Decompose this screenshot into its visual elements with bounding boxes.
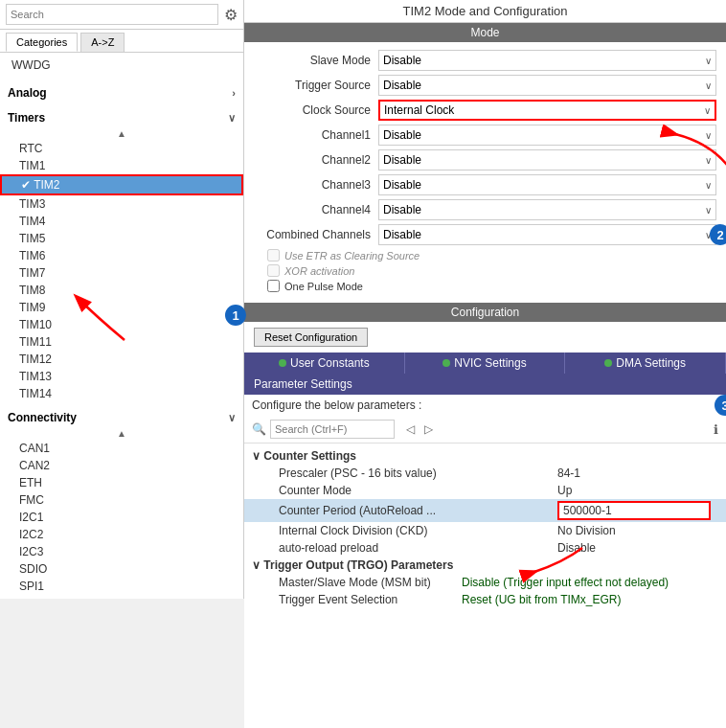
prescaler-name: Prescaler (PSC - 16 bits value): [260, 466, 557, 480]
one-pulse-checkbox[interactable]: [267, 280, 280, 292]
reset-config-button[interactable]: Reset Configuration: [254, 328, 368, 347]
analog-label: Analog: [8, 86, 47, 100]
tab-nvic-settings[interactable]: NVIC Settings: [405, 353, 566, 374]
search-icon: 🔍: [252, 422, 266, 436]
config-section-header: Configuration: [244, 303, 726, 322]
chevron-down-icon: ∨: [705, 80, 712, 91]
tab-dma-settings[interactable]: DMA Settings: [565, 353, 726, 374]
auto-reload-value: Disable: [557, 541, 711, 555]
counter-period-name: Counter Period (AutoReload ...: [260, 504, 557, 517]
dma-dot: [604, 359, 612, 367]
mode-section-header: Mode: [244, 23, 726, 42]
info-icon[interactable]: ℹ: [714, 422, 718, 437]
clock-source-row: Clock Source Internal Clock ∨: [254, 100, 716, 121]
sidebar-item-tim3[interactable]: TIM3: [0, 195, 243, 213]
tab-categories[interactable]: Categories: [6, 33, 78, 52]
sidebar-section-timers[interactable]: Timers ∨: [0, 108, 243, 127]
sidebar-item-tim7[interactable]: TIM7: [0, 264, 243, 282]
clock-source-select[interactable]: Internal Clock ∨: [378, 100, 716, 121]
annotation-1: 1: [225, 305, 246, 326]
counter-expand-icon[interactable]: ∨: [252, 449, 263, 463]
sidebar-item-tim8[interactable]: TIM8: [0, 282, 243, 299]
channel4-label: Channel4: [254, 203, 378, 216]
ckd-name: Internal Clock Division (CKD): [260, 524, 557, 537]
etr-checkbox[interactable]: [267, 249, 280, 262]
sidebar-item-i2c1[interactable]: I2C1: [0, 509, 243, 526]
ckd-value: No Division: [557, 524, 711, 537]
sidebar-item-tim2[interactable]: ✔ TIM2: [0, 174, 243, 195]
sidebar-item-wwdg[interactable]: WWDG: [0, 57, 243, 74]
channel2-select[interactable]: Disable ∨: [378, 149, 716, 171]
prev-icon[interactable]: ◁: [406, 422, 415, 436]
combined-channels-label: Combined Channels: [254, 228, 378, 241]
sidebar-item-tim1[interactable]: TIM1: [0, 157, 243, 174]
channel2-row: Channel2 Disable ∨: [254, 149, 716, 171]
sidebar-item-tim9[interactable]: TIM9: [0, 299, 243, 316]
xor-label: XOR activation: [284, 265, 354, 277]
trigger-source-row: Trigger Source Disable ∨: [254, 75, 716, 96]
search-input[interactable]: [6, 4, 218, 25]
sidebar-item-i2c3[interactable]: I2C3: [0, 543, 243, 560]
annotation-2: 2: [710, 224, 726, 245]
trigger-source-select[interactable]: Disable ∨: [378, 75, 716, 96]
sidebar-item-tim10[interactable]: TIM10: [0, 316, 243, 333]
next-icon[interactable]: ▷: [424, 422, 433, 436]
sidebar-item-tim13[interactable]: TIM13: [0, 368, 243, 385]
sidebar-item-i2c2[interactable]: I2C2: [0, 526, 243, 543]
sidebar-item-spi1[interactable]: SPI1: [0, 578, 243, 595]
sidebar-item-fmc[interactable]: FMC: [0, 491, 243, 509]
one-pulse-label: One Pulse Mode: [284, 281, 363, 292]
tab-user-constants[interactable]: User Constants: [244, 353, 405, 374]
chevron-down-icon: ∨: [705, 155, 712, 166]
channel3-row: Channel3 Disable ∨: [254, 174, 716, 195]
msm-row: Master/Slave Mode (MSM bit) Disable (Tri…: [244, 574, 726, 591]
etr-label: Use ETR as Clearing Source: [284, 250, 420, 262]
sidebar-item-tim6[interactable]: TIM6: [0, 247, 243, 264]
sidebar-item-tim11[interactable]: TIM11: [0, 333, 243, 351]
right-panel: TIM2 Mode and Configuration Mode Slave M…: [244, 0, 726, 728]
user-constants-dot: [279, 359, 286, 367]
counter-period-value: 500000-1: [557, 501, 711, 520]
annotation-3: 3: [715, 395, 726, 416]
sidebar-section-connectivity[interactable]: Connectivity ∨: [0, 408, 243, 427]
tab-atoz[interactable]: A->Z: [80, 33, 125, 52]
trgo-expand-icon[interactable]: ∨: [252, 558, 263, 572]
xor-checkbox[interactable]: [267, 264, 280, 277]
gear-icon[interactable]: ⚙: [224, 6, 238, 24]
auto-reload-name: auto-reload preload: [260, 541, 557, 555]
sidebar-item-tim5[interactable]: TIM5: [0, 230, 243, 247]
panel-title: TIM2 Mode and Configuration: [244, 0, 726, 23]
msm-value: Disable (Trigger input effect not delaye…: [462, 576, 711, 589]
channel4-row: Channel4 Disable ∨: [254, 199, 716, 220]
tab-parameter-settings[interactable]: Parameter Settings: [244, 374, 358, 395]
sidebar-section-analog[interactable]: Analog ›: [0, 83, 243, 102]
sidebar-item-rtc[interactable]: RTC: [0, 140, 243, 157]
sidebar-item-tim14[interactable]: TIM14: [0, 385, 243, 402]
param-search-input[interactable]: [270, 420, 395, 439]
sidebar-list: WWDG Analog › Timers ∨ ▲ RTC TIM1 ✔ TIM2…: [0, 53, 243, 599]
channel3-select[interactable]: Disable ∨: [378, 174, 716, 195]
channel1-select[interactable]: Disable ∨: [378, 125, 716, 146]
sidebar-item-can2[interactable]: CAN2: [0, 457, 243, 474]
channel3-label: Channel3: [254, 178, 378, 192]
sidebar-item-tim4[interactable]: TIM4: [0, 213, 243, 230]
timers-scroll-up[interactable]: ▲: [0, 127, 243, 140]
sidebar-item-sdio[interactable]: SDIO: [0, 560, 243, 578]
sidebar-item-tim12[interactable]: TIM12: [0, 351, 243, 368]
counter-mode-value: Up: [557, 484, 711, 497]
connectivity-scroll-up[interactable]: ▲: [0, 427, 243, 440]
channel4-select[interactable]: Disable ∨: [378, 199, 716, 220]
chevron-down-icon: ∨: [705, 180, 712, 191]
combined-channels-select[interactable]: Disable ∨: [378, 224, 716, 245]
sidebar-item-eth[interactable]: ETH: [0, 474, 243, 491]
trigger-event-name: Trigger Event Selection: [260, 593, 462, 606]
channel1-label: Channel1: [254, 128, 378, 142]
slave-mode-select[interactable]: Disable ∨: [378, 50, 716, 71]
msm-name: Master/Slave Mode (MSM bit): [260, 576, 462, 589]
config-tabs-row2: Parameter Settings: [244, 374, 726, 395]
one-pulse-checkbox-row: One Pulse Mode: [254, 280, 716, 292]
timers-arrow: ∨: [228, 112, 236, 125]
connectivity-label: Connectivity: [8, 411, 77, 424]
chevron-down-icon: ∨: [704, 105, 711, 116]
sidebar-item-can1[interactable]: CAN1: [0, 440, 243, 457]
